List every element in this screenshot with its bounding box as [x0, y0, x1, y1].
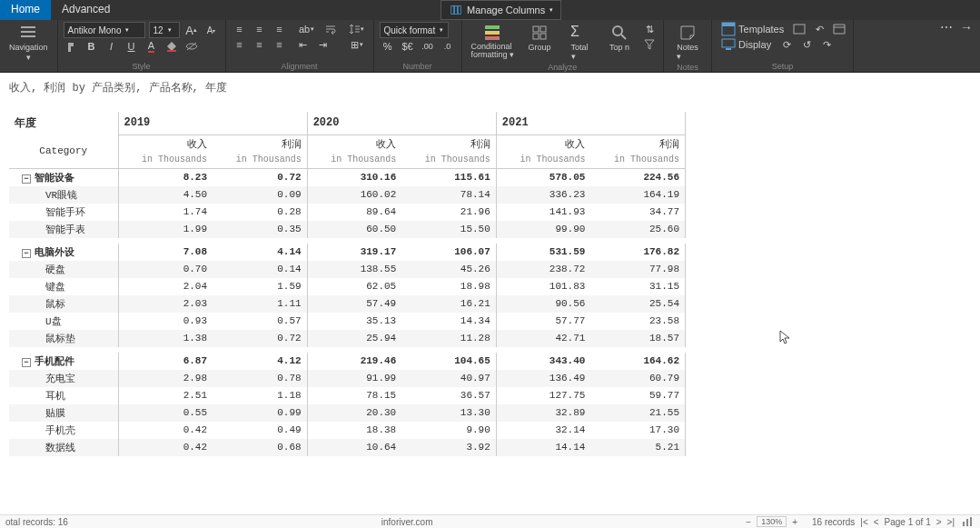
- data-cell[interactable]: 219.46: [307, 353, 401, 370]
- data-cell[interactable]: 0.68: [213, 439, 307, 456]
- row-label[interactable]: 手机壳: [9, 422, 118, 439]
- data-cell[interactable]: 2.98: [118, 370, 213, 387]
- data-cell[interactable]: 78.14: [401, 186, 496, 204]
- data-cell[interactable]: 176.82: [590, 244, 685, 261]
- data-cell[interactable]: 0.99: [213, 404, 307, 422]
- data-cell[interactable]: 99.90: [496, 221, 590, 238]
- data-cell[interactable]: 106.07: [401, 244, 496, 261]
- fill-color-button[interactable]: [163, 39, 180, 54]
- data-cell[interactable]: 25.60: [590, 221, 685, 238]
- data-cell[interactable]: 32.14: [496, 422, 590, 439]
- data-cell[interactable]: 101.83: [496, 278, 590, 295]
- data-cell[interactable]: 23.58: [590, 313, 685, 330]
- data-cell[interactable]: 160.02: [307, 186, 401, 204]
- data-cell[interactable]: 4.12: [213, 353, 307, 370]
- data-cell[interactable]: 21.55: [590, 404, 685, 422]
- row-label[interactable]: 鼠标垫: [9, 330, 118, 347]
- align-center-button[interactable]: ≡: [252, 22, 268, 36]
- redo-button[interactable]: ↷: [818, 37, 835, 52]
- data-cell[interactable]: 90.56: [496, 295, 590, 313]
- data-cell[interactable]: 0.72: [213, 330, 307, 347]
- data-cell[interactable]: 136.49: [496, 370, 590, 387]
- zoom-in-button[interactable]: +: [792, 517, 797, 527]
- align-right-button[interactable]: ≡: [272, 22, 288, 36]
- align-top-button[interactable]: ≡: [232, 37, 248, 52]
- year-2021-header[interactable]: 2021: [496, 112, 685, 134]
- layout1-button[interactable]: [791, 22, 807, 36]
- data-cell[interactable]: 6.87: [118, 353, 213, 370]
- data-cell[interactable]: 4.50: [118, 186, 213, 204]
- row-label[interactable]: 键盘: [9, 278, 118, 295]
- data-cell[interactable]: 1.99: [118, 221, 213, 238]
- row-label[interactable]: 贴膜: [9, 404, 118, 422]
- data-cell[interactable]: 127.75: [496, 387, 590, 404]
- data-cell[interactable]: 35.13: [307, 313, 401, 330]
- data-cell[interactable]: 62.05: [307, 278, 401, 295]
- zoom-out-button[interactable]: −: [746, 517, 751, 527]
- data-cell[interactable]: 25.54: [590, 295, 685, 313]
- increase-indent-button[interactable]: ⇥: [315, 37, 332, 52]
- data-cell[interactable]: 21.96: [401, 204, 496, 221]
- data-cell[interactable]: 34.77: [590, 204, 685, 221]
- data-cell[interactable]: 42.71: [496, 330, 590, 347]
- decrease-indent-button[interactable]: ⇤: [295, 37, 312, 52]
- data-cell[interactable]: 164.19: [590, 186, 685, 204]
- refresh-button[interactable]: ⟳: [778, 37, 795, 52]
- data-cell[interactable]: 1.11: [213, 295, 307, 313]
- row-label[interactable]: VR眼镜: [9, 186, 118, 204]
- data-cell[interactable]: 36.57: [401, 387, 496, 404]
- data-cell[interactable]: 14.14: [496, 439, 590, 456]
- data-cell[interactable]: 0.35: [213, 221, 307, 238]
- quick-format-button[interactable]: Quick format▾: [380, 22, 449, 38]
- data-cell[interactable]: 0.49: [213, 422, 307, 439]
- decrease-decimal-button[interactable]: .0: [440, 39, 456, 54]
- data-cell[interactable]: 77.98: [590, 261, 685, 278]
- data-cell[interactable]: 1.74: [118, 204, 213, 221]
- align-middle-button[interactable]: ≡: [252, 37, 268, 52]
- templates-button[interactable]: Templates: [718, 22, 787, 36]
- data-cell[interactable]: 32.89: [496, 404, 590, 422]
- last-page-button[interactable]: >|: [947, 517, 955, 527]
- data-cell[interactable]: 40.97: [401, 370, 496, 387]
- data-cell[interactable]: 0.93: [118, 313, 213, 330]
- data-cell[interactable]: 2.51: [118, 387, 213, 404]
- data-cell[interactable]: 10.64: [307, 439, 401, 456]
- data-cell[interactable]: 0.70: [118, 261, 213, 278]
- increase-decimal-button[interactable]: .00: [420, 39, 436, 54]
- wrap-text-button[interactable]: [322, 22, 339, 36]
- collapse-icon[interactable]: −: [22, 358, 31, 367]
- tab-home[interactable]: Home: [0, 0, 51, 20]
- increase-font-button[interactable]: A▴: [183, 23, 200, 37]
- fit-button[interactable]: ⊞▾: [346, 37, 368, 52]
- hide-button[interactable]: [183, 39, 200, 54]
- data-cell[interactable]: 1.38: [118, 330, 213, 347]
- data-cell[interactable]: 8.23: [118, 168, 213, 186]
- percent-button[interactable]: %: [380, 39, 396, 54]
- data-cell[interactable]: 18.38: [307, 422, 401, 439]
- data-cell[interactable]: 57.49: [307, 295, 401, 313]
- data-cell[interactable]: 343.40: [496, 353, 590, 370]
- data-cell[interactable]: 9.90: [401, 422, 496, 439]
- sort-button[interactable]: ⇅: [641, 22, 658, 36]
- data-cell[interactable]: 13.30: [401, 404, 496, 422]
- row-label[interactable]: 智能手环: [9, 204, 118, 221]
- row-label[interactable]: −智能设备: [9, 168, 118, 186]
- data-cell[interactable]: 4.14: [213, 244, 307, 261]
- data-cell[interactable]: 1.59: [213, 278, 307, 295]
- data-cell[interactable]: 89.64: [307, 204, 401, 221]
- data-cell[interactable]: 310.16: [307, 168, 401, 186]
- data-cell[interactable]: 238.72: [496, 261, 590, 278]
- data-cell[interactable]: 578.05: [496, 168, 590, 186]
- data-cell[interactable]: 224.56: [590, 168, 685, 186]
- data-cell[interactable]: 1.18: [213, 387, 307, 404]
- data-cell[interactable]: 0.28: [213, 204, 307, 221]
- data-cell[interactable]: 60.50: [307, 221, 401, 238]
- total-button[interactable]: Σ Total▾: [561, 22, 598, 63]
- data-cell[interactable]: 15.50: [401, 221, 496, 238]
- font-size-select[interactable]: 12▾: [149, 22, 180, 38]
- data-cell[interactable]: 0.09: [213, 186, 307, 204]
- line-spacing-button[interactable]: ▾: [346, 22, 368, 36]
- data-cell[interactable]: 0.78: [213, 370, 307, 387]
- row-label[interactable]: U盘: [9, 313, 118, 330]
- data-cell[interactable]: 3.92: [401, 439, 496, 456]
